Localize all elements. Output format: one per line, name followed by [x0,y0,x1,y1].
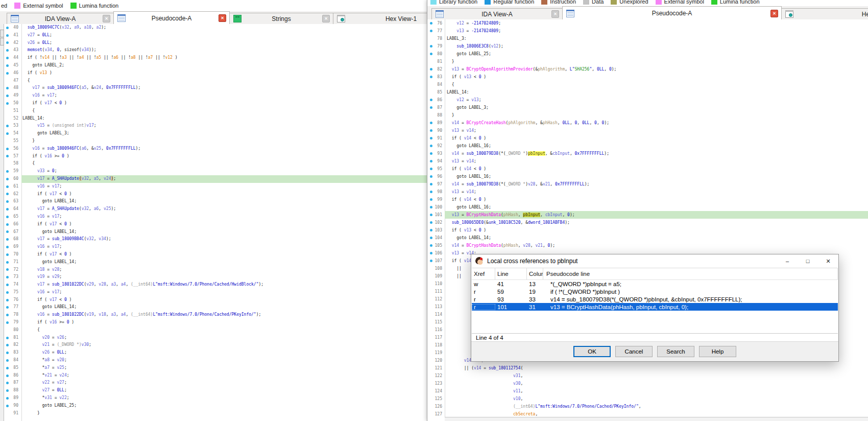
code-line-57[interactable]: 57 if ( v16 >= 0 ) [4,153,427,160]
code-line-124[interactable]: 124 v11, [427,387,868,395]
code-line-64[interactable]: 64 v17 = A_SHAUpdate(v32, a6, v25); [4,205,427,213]
code-line-87[interactable]: 87 goto LABEL_3; [427,104,868,111]
code-line-47[interactable]: 47 { [4,77,427,85]
code-line-48[interactable]: 48 v17 = sub_1800946FC(a5, &v24, 0x7FFFF… [4,84,427,92]
code-line-121[interactable]: 121 || (v14 = sub_180112754( [427,364,868,372]
code-line-49[interactable]: 49 v16 = v17; [4,92,427,100]
code-line-91[interactable]: 91 if ( v14 < 0 ) [427,134,868,142]
code-line-93[interactable]: 93 v14 = sub_180079D38(*(_QWORD *)pbInpu… [427,150,868,157]
tab-close-icon[interactable]: ✕ [551,10,559,18]
code-line-89[interactable]: 89 v14 = BCryptCreateHash(phAlgorithm, &… [427,119,868,127]
column-header-column[interactable]: Colum [527,268,543,279]
tab-ida-view-a[interactable]: IDA View-A✕ [431,8,563,19]
minimize-icon[interactable]: – [777,255,798,267]
code-line-44[interactable]: 44 if ( !v14 || !a3 || !a4 || !a5 || !a6… [4,54,427,62]
code-line-71[interactable]: 71 goto LABEL_14; [4,259,427,266]
code-line-88[interactable]: 88 v27 = 0LL; [4,387,427,394]
code-line-45[interactable]: 45 goto LABEL_2; [4,62,427,69]
code-line-125[interactable]: 125 v10, [427,395,868,403]
tab-hex[interactable]: Hex [781,8,868,19]
column-header-line[interactable]: Line [495,268,527,279]
code-line-90[interactable]: 90 v13 = v14; [427,127,868,134]
tab-ida-view-a[interactable]: IDA View-A✕ [7,13,114,24]
code-line-101[interactable]: 101 v13 = BCryptHashData(phHash, pbInput… [427,211,868,219]
xref-row[interactable]: r10131v13 = BCryptHashData(phHash, pbInp… [472,303,838,311]
search-button[interactable]: Search [657,346,694,357]
code-line-55[interactable]: 55 } [4,137,427,145]
code-line-81[interactable]: 81 v20 = v26; [4,334,427,342]
splitter-grip[interactable] [0,30,4,37]
dialog-titlebar[interactable]: Local cross references to pbInput –□✕ [471,254,838,268]
code-line-61[interactable]: 61 v16 = v17; [4,183,427,191]
xref-row[interactable]: r5919if ( !*(_QWORD *)pbInput ) [472,288,838,295]
help-button[interactable]: Help [699,346,736,357]
tab-hex-view-1[interactable]: Hex View-1 [333,13,427,24]
maximize-icon[interactable]: □ [798,255,818,267]
code-line-84[interactable]: 84 *a8 = v20; [4,357,427,364]
code-line-74[interactable]: 74 v17 = sub_1801022DC(v29, v28, a3, a4,… [4,281,427,289]
code-line-84[interactable]: 84 { [427,81,868,88]
code-line-77[interactable]: 77 goto LABEL_14; [4,303,427,311]
column-header-pseudocode-line[interactable]: Pseudocode line [543,268,838,279]
code-line-67[interactable]: 67 goto LABEL_14; [4,228,427,236]
code-line-72[interactable]: 72 v18 = v28; [4,266,427,274]
tab-close-icon[interactable]: ✕ [770,10,778,17]
code-line-97[interactable]: 97 v14 = sub_180079D38(*(_QWORD *)v28, &… [427,180,868,188]
code-line-65[interactable]: 65 v16 = v17; [4,213,427,221]
code-line-78[interactable]: 78LABEL_3: [427,35,868,42]
code-line-51[interactable]: 51 { [4,107,427,115]
code-line-85[interactable]: 85LABEL_14: [427,88,868,96]
code-line-75[interactable]: 75 v16 = v17; [4,289,427,296]
code-line-86[interactable]: 86 v12 = v13; [427,96,868,104]
code-line-79[interactable]: 79 sub_18006E3C8(v12); [427,42,868,50]
xref-row[interactable]: w4113*(_QWORD *)pbInput = a5; [472,280,838,288]
code-line-76[interactable]: 76 v12 = -2147024809; [427,19,868,27]
code-line-79[interactable]: 79 if ( v16 >= 0 ) [4,319,427,326]
code-line-68[interactable]: 68 v17 = sub_18009BB4C(v32, v34); [4,236,427,243]
code-line-59[interactable]: 59 v33 = 0; [4,168,427,175]
tab-close-icon[interactable]: ✕ [103,15,110,22]
code-line-40[interactable]: 40 sub_180094C7C(v32, a9, a10, a2); [4,24,427,32]
code-line-82[interactable]: 82 v21 = (_DWORD *)v30; [4,341,427,349]
left-pseudocode-pane[interactable]: 40 sub_180094C7C(v32, a9, a10, a2);41 v2… [4,24,427,421]
code-line-83[interactable]: 83 v26 = 0LL; [4,349,427,357]
code-line-63[interactable]: 63 goto LABEL_14; [4,198,427,205]
column-header-xref[interactable]: Xref [472,268,495,279]
code-line-42[interactable]: 42 v26 = 0LL; [4,39,427,47]
tab-strings[interactable]: Strings✕ [229,13,333,24]
code-line-126[interactable]: 126 (__int64)L"msft:Windows/7.0/Phone/Ca… [427,403,868,410]
code-line-122[interactable]: 122 v31, [427,372,868,380]
code-line-80[interactable]: 80 goto LABEL_25; [427,50,868,58]
code-line-60[interactable]: 60 v17 = A_SHAUpdate(v32, a5, v24); [4,175,427,183]
code-line-100[interactable]: 100 goto LABEL_16; [427,203,868,211]
code-line-102[interactable]: 102 sub_180065DE0(&unk_18018C520, &dword… [427,219,868,226]
splitter-handle[interactable] [0,24,4,421]
code-line-43[interactable]: 43 memset(v34, 0, sizeof(v34)); [4,46,427,54]
code-line-99[interactable]: 99 if ( v14 < 0 ) [427,196,868,203]
code-line-66[interactable]: 66 if ( v17 < 0 ) [4,221,427,228]
code-line-41[interactable]: 41 v27 = 0LL; [4,32,427,39]
code-line-56[interactable]: 56 v16 = sub_1800946FC(a6, &v25, 0x7FFFF… [4,145,427,153]
code-line-80[interactable]: 80 { [4,326,427,334]
code-line-69[interactable]: 69 v16 = v17; [4,243,427,251]
code-line-87[interactable]: 87 v22 = v27; [4,379,427,387]
code-line-46[interactable]: 46 if ( v13 ) [4,69,427,77]
code-line-123[interactable]: 123 v30, [427,380,868,387]
cancel-button[interactable]: Cancel [615,346,653,357]
code-line-90[interactable]: 90 goto LABEL_25; [4,402,427,410]
code-line-91[interactable]: 91 } [4,410,427,417]
tab-close-icon[interactable]: ✕ [322,15,330,22]
code-line-76[interactable]: 76 if ( v17 < 0 ) [4,296,427,304]
code-line-85[interactable]: 85 *a7 = v25; [4,364,427,372]
code-line-77[interactable]: 77 v13 = -2147024809; [427,27,868,35]
code-line-58[interactable]: 58 { [4,160,427,168]
close-icon[interactable]: ✕ [818,255,838,267]
tab-close-icon[interactable]: ✕ [219,14,226,22]
code-line-82[interactable]: 82 v13 = BCryptOpenAlgorithmProvider(&ph… [427,65,868,73]
code-line-94[interactable]: 94 v13 = v14; [427,157,868,165]
code-line-95[interactable]: 95 if ( v14 < 0 ) [427,165,868,173]
code-line-53[interactable]: 53 v15 = (unsigned int)v17; [4,122,427,130]
ok-button[interactable]: OK [573,346,611,357]
code-line-96[interactable]: 96 goto LABEL_16; [427,173,868,180]
code-line-104[interactable]: 104 goto LABEL_14; [427,234,868,242]
